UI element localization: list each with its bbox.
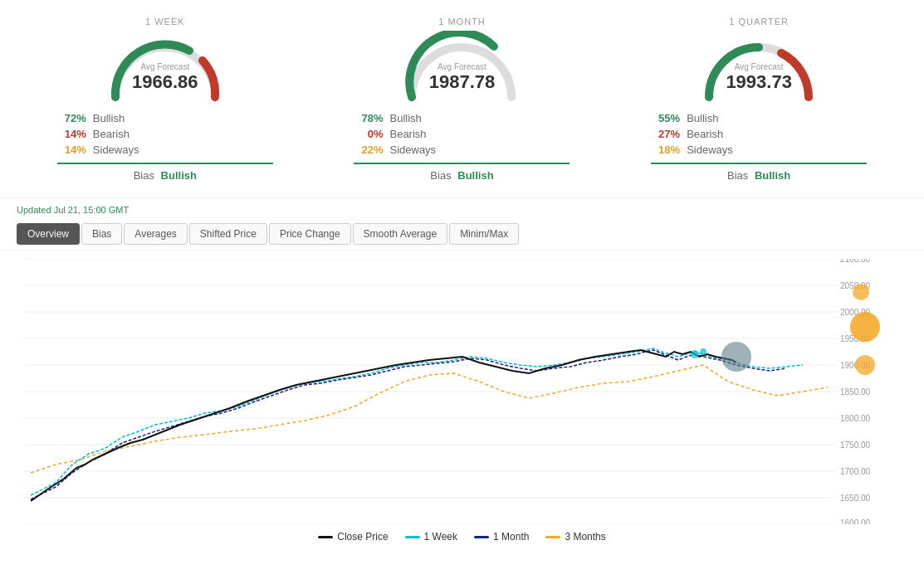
bearish-pct-quarter: 27% [651,128,680,140]
bearish-label-month: Bearish [389,128,426,140]
stats-bullish-week: 72% Bullish [57,112,273,124]
bias-value-month: Bullish [457,169,493,182]
svg-text:2100.00: 2100.00 [840,259,871,264]
bullish-label-month: Bullish [389,112,421,124]
stats-bullish-month: 78% Bullish [354,112,570,124]
legend-3months: 3 Months [545,531,605,543]
gauge-label-quarter: Avg Forecast 1993.73 [726,62,792,93]
avg-value-week: 1966.86 [132,71,198,92]
legend-close-icon [318,536,333,538]
legend-3months-label: 3 Months [565,531,605,543]
stats-sideways-month: 22% Sideways [354,144,570,156]
legend-close-price: Close Price [318,531,388,543]
svg-text:1700.00: 1700.00 [840,467,871,476]
tab-minim-max[interactable]: Minim/Max [449,223,519,245]
gauge-week: Avg Forecast 1966.86 [99,31,232,105]
bearish-label-quarter: Bearish [687,128,723,140]
gauge-label-week: Avg Forecast 1966.86 [132,62,198,93]
legend-3months-icon [545,536,560,538]
stats-bearish-month: 0% Bearish [354,128,570,140]
forecast-dot-1week-2 [700,348,706,355]
legend-1week-icon [405,536,420,538]
sideways-pct-month: 22% [354,144,383,156]
updated-text: Updated Jul 21, 15:00 GMT [0,198,924,218]
bullish-pct-quarter: 55% [651,112,680,124]
sideways-label-week: Sideways [93,144,139,156]
grid-lines [22,259,836,524]
line-1week [31,348,803,495]
bullish-label-quarter: Bullish [687,112,718,124]
avg-text-week: Avg Forecast [132,62,198,71]
avg-text-quarter: Avg Forecast [726,62,792,71]
tab-price-change[interactable]: Price Change [269,223,351,245]
bias-label-week: Bias [134,169,154,182]
stats-sideways-week: 14% Sideways [57,144,273,156]
legend-1week-label: 1 Week [424,531,457,543]
avg-value-month: 1987.78 [429,71,496,92]
bias-value-week: Bullish [161,169,197,182]
sideways-label-month: Sideways [389,144,436,156]
bias-value-quarter: Bullish [755,169,790,182]
tab-smooth-average[interactable]: Smooth Average [353,223,448,245]
panel-title-month: 1 MONTH [337,17,586,27]
bias-label-quarter: Bias [727,169,748,182]
chart-svg-container: 2100.00 2050.00 2000.00 1950.00 1900.00 … [22,259,902,524]
bullish-pct-week: 72% [57,112,86,124]
forecast-bubble-3mo-small [853,284,869,300]
bias-row-quarter: Bias Bullish [651,169,867,182]
chart-area: 2100.00 2050.00 2000.00 1950.00 1900.00 … [0,251,924,547]
panel-title-quarter: 1 QUARTER [634,17,883,27]
bullish-pct-month: 78% [354,112,383,124]
svg-text:1750.00: 1750.00 [840,440,871,450]
stats-bearish-quarter: 27% Bearish [651,128,867,140]
forecast-panel-week: 1 WEEK Avg Forecast 1966.86 72% Bullish [41,17,290,197]
forecast-bubble-1month [721,342,751,372]
main-container: 1 WEEK Avg Forecast 1966.86 72% Bullish [0,0,924,555]
tab-overview[interactable]: Overview [17,223,80,245]
sideways-pct-quarter: 18% [651,144,680,156]
legend: Close Price 1 Week 1 Month 3 Months [17,524,907,547]
bias-row-week: Bias Bullish [57,169,273,182]
avg-value-quarter: 1993.73 [726,71,792,92]
sideways-pct-week: 14% [57,144,86,156]
tab-averages[interactable]: Averages [124,223,187,245]
svg-text:1650.00: 1650.00 [840,494,871,503]
bearish-pct-week: 14% [57,128,86,140]
legend-close-label: Close Price [337,531,388,543]
divider-week [57,163,273,164]
divider-month [354,163,570,164]
bearish-pct-month: 0% [354,128,383,140]
stats-bullish-quarter: 55% Bullish [651,112,867,124]
chart-svg: 2100.00 2050.00 2000.00 1950.00 1900.00 … [22,259,902,524]
stats-sideways-quarter: 18% Sideways [651,144,867,156]
tab-bar: Overview Bias Averages Shifted Price Pri… [0,218,924,251]
sideways-label-quarter: Sideways [687,144,733,156]
tab-shifted-price[interactable]: Shifted Price [189,223,267,245]
gauge-quarter: Avg Forecast 1993.73 [692,31,825,105]
forecast-bubble-3mo-medium [855,355,875,375]
tab-bias[interactable]: Bias [81,223,122,245]
panel-title-week: 1 WEEK [41,17,290,27]
svg-text:1800.00: 1800.00 [840,414,871,423]
legend-1month: 1 Month [474,531,529,543]
bias-label-month: Bias [430,169,451,182]
line-3months [31,365,828,473]
forecast-panel-quarter: 1 QUARTER Avg Forecast 1993.73 55% Bulli… [634,17,883,197]
gauge-month: Avg Forecast 1987.78 [395,31,528,105]
svg-text:1600.00: 1600.00 [840,518,871,524]
legend-1month-label: 1 Month [493,531,529,543]
bias-row-month: Bias Bullish [354,169,570,182]
divider-quarter [651,163,867,164]
avg-text-month: Avg Forecast [429,62,496,71]
forecast-row: 1 WEEK Avg Forecast 1966.86 72% Bullish [0,8,924,198]
y-axis: 2100.00 2050.00 2000.00 1950.00 1900.00 … [840,259,871,524]
svg-text:1850.00: 1850.00 [840,387,871,397]
gauge-label-month: Avg Forecast 1987.78 [429,62,496,93]
legend-1week: 1 Week [405,531,457,543]
legend-1month-icon [474,536,489,538]
forecast-bubble-3mo-large [850,312,880,342]
bullish-label-week: Bullish [93,112,125,124]
bearish-label-week: Bearish [93,128,130,140]
forecast-dot-1week [691,350,699,358]
stats-bearish-week: 14% Bearish [57,128,273,140]
